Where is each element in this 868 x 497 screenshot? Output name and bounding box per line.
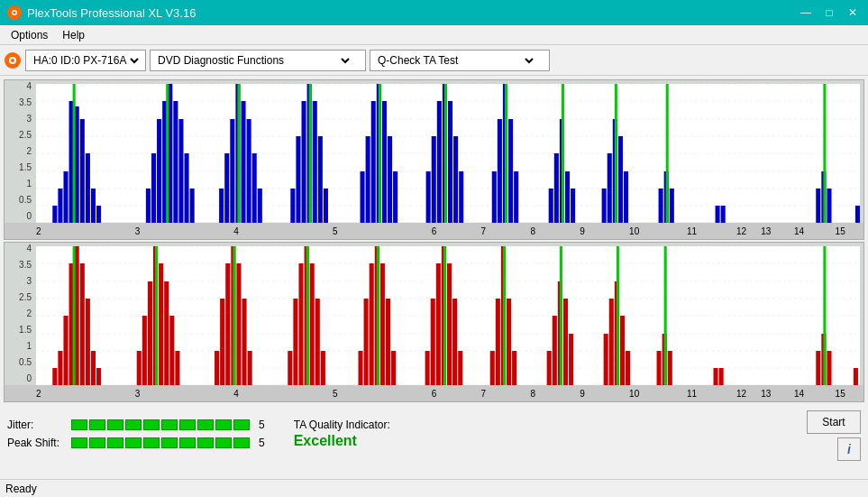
svg-rect-116 bbox=[137, 351, 142, 385]
close-button[interactable]: ✕ bbox=[845, 6, 861, 19]
svg-rect-106 bbox=[52, 368, 57, 385]
svg-rect-73 bbox=[505, 84, 507, 223]
svg-rect-72 bbox=[514, 171, 518, 223]
svg-rect-89 bbox=[666, 84, 669, 223]
svg-rect-15 bbox=[52, 206, 57, 223]
status-text: Ready bbox=[5, 483, 37, 495]
svg-rect-157 bbox=[490, 351, 495, 385]
window-controls[interactable]: — □ ✕ bbox=[798, 6, 861, 19]
minimize-button[interactable]: — bbox=[798, 6, 814, 19]
svg-rect-134 bbox=[293, 299, 297, 385]
svg-rect-27 bbox=[157, 119, 161, 223]
svg-rect-139 bbox=[321, 351, 325, 385]
svg-rect-35 bbox=[219, 189, 224, 223]
svg-rect-125 bbox=[215, 351, 219, 385]
svg-rect-22 bbox=[91, 189, 96, 223]
status-bar: Ready bbox=[0, 479, 868, 497]
svg-rect-96 bbox=[855, 206, 860, 223]
svg-rect-85 bbox=[615, 84, 617, 223]
svg-rect-49 bbox=[318, 136, 323, 223]
svg-rect-24 bbox=[73, 84, 76, 223]
svg-rect-56 bbox=[382, 101, 387, 223]
toolbar: HA:0 ID:0 PX-716A DVD Diagnostic Functio… bbox=[0, 45, 868, 76]
svg-rect-74 bbox=[549, 189, 553, 223]
maximize-button[interactable]: □ bbox=[821, 6, 837, 19]
top-chart: 0 0.5 1 1.5 2 2.5 3 3.5 4 bbox=[4, 79, 864, 240]
bottom-chart: 0 0.5 1 1.5 2 2.5 3 3.5 4 bbox=[4, 242, 864, 402]
device-select[interactable]: HA:0 ID:0 PX-716A bbox=[30, 51, 142, 70]
svg-rect-33 bbox=[190, 189, 195, 223]
svg-rect-133 bbox=[288, 351, 292, 385]
svg-rect-25 bbox=[146, 189, 151, 223]
test-combo[interactable]: Q-Check TA Test bbox=[370, 50, 550, 71]
svg-point-2 bbox=[14, 12, 16, 14]
svg-rect-62 bbox=[437, 101, 442, 223]
svg-rect-111 bbox=[80, 263, 85, 385]
svg-rect-126 bbox=[220, 299, 224, 385]
test-select[interactable]: Q-Check TA Test bbox=[374, 51, 536, 70]
svg-rect-91 bbox=[721, 206, 726, 223]
quality-indicator-value: Excellent bbox=[294, 433, 357, 449]
right-buttons-area: Start i bbox=[807, 407, 861, 461]
svg-rect-84 bbox=[624, 171, 628, 223]
svg-rect-16 bbox=[58, 189, 62, 223]
svg-rect-180 bbox=[719, 368, 724, 385]
svg-rect-141 bbox=[358, 351, 362, 385]
svg-rect-78 bbox=[571, 189, 575, 223]
svg-rect-118 bbox=[148, 281, 152, 385]
svg-rect-59 bbox=[379, 84, 381, 223]
svg-rect-129 bbox=[236, 263, 241, 385]
bottom-chart-svg bbox=[36, 246, 860, 385]
svg-rect-60 bbox=[426, 171, 431, 223]
svg-rect-135 bbox=[298, 263, 303, 385]
svg-rect-92 bbox=[816, 189, 820, 223]
svg-rect-108 bbox=[63, 316, 68, 385]
metrics-area: Jitter: 5 Peak Shift: bbox=[7, 419, 265, 449]
svg-rect-172 bbox=[620, 316, 625, 385]
svg-rect-149 bbox=[425, 351, 430, 385]
svg-rect-161 bbox=[512, 351, 516, 385]
start-button[interactable]: Start bbox=[807, 410, 861, 434]
svg-rect-53 bbox=[366, 136, 370, 223]
info-button[interactable]: i bbox=[837, 437, 861, 461]
svg-rect-54 bbox=[371, 101, 376, 223]
jitter-row: Jitter: 5 bbox=[7, 419, 265, 431]
svg-rect-142 bbox=[364, 299, 369, 385]
svg-rect-175 bbox=[657, 351, 662, 385]
menu-bar: Options Help bbox=[0, 25, 868, 45]
svg-rect-68 bbox=[492, 171, 497, 223]
device-icon bbox=[4, 51, 22, 69]
svg-rect-69 bbox=[498, 119, 502, 223]
svg-rect-181 bbox=[816, 351, 820, 385]
svg-rect-140 bbox=[306, 246, 309, 385]
function-combo[interactable]: DVD Diagnostic Functions bbox=[150, 50, 366, 71]
svg-rect-39 bbox=[241, 101, 245, 223]
svg-rect-75 bbox=[554, 153, 559, 223]
svg-rect-147 bbox=[391, 351, 396, 385]
svg-rect-34 bbox=[166, 84, 169, 223]
svg-rect-17 bbox=[63, 171, 68, 223]
svg-rect-57 bbox=[388, 136, 392, 223]
svg-rect-79 bbox=[562, 84, 564, 223]
svg-rect-160 bbox=[507, 299, 511, 385]
device-combo[interactable]: HA:0 ID:0 PX-716A bbox=[25, 50, 146, 71]
bottom-panel: Jitter: 5 Peak Shift: bbox=[0, 406, 868, 462]
svg-rect-114 bbox=[96, 368, 101, 385]
svg-rect-163 bbox=[547, 351, 552, 385]
svg-rect-64 bbox=[448, 101, 452, 223]
svg-rect-44 bbox=[290, 189, 295, 223]
menu-help[interactable]: Help bbox=[55, 27, 92, 43]
svg-rect-174 bbox=[617, 246, 619, 385]
svg-rect-20 bbox=[80, 119, 85, 223]
menu-options[interactable]: Options bbox=[4, 27, 55, 43]
function-select[interactable]: DVD Diagnostic Functions bbox=[154, 51, 352, 70]
svg-rect-31 bbox=[178, 119, 183, 223]
svg-rect-130 bbox=[242, 299, 247, 385]
svg-rect-71 bbox=[508, 119, 513, 223]
svg-rect-179 bbox=[714, 368, 718, 385]
svg-rect-154 bbox=[452, 299, 457, 385]
svg-rect-43 bbox=[237, 84, 240, 223]
svg-rect-138 bbox=[315, 299, 320, 385]
peak-shift-meter bbox=[71, 437, 250, 448]
svg-rect-42 bbox=[258, 189, 262, 223]
